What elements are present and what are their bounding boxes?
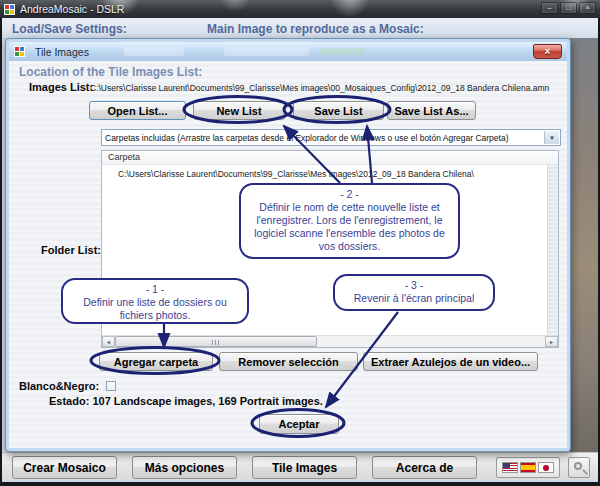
search-button[interactable] — [568, 457, 590, 478]
close-icon[interactable]: × — [579, 2, 596, 14]
images-list-path: C:\Users\Clarisse Laurent\Documents\99_C… — [90, 83, 565, 93]
andreamosaic-logo-icon — [4, 4, 15, 15]
folders-mode-dropdown[interactable]: Carpetas incluidas (Arrastre las carpeta… — [101, 129, 561, 146]
save-list-button[interactable]: Save List — [293, 101, 384, 120]
tile-images-button[interactable]: Tile Images — [252, 456, 357, 479]
callout-1-title: - 1 - — [69, 283, 241, 296]
magnifier-icon — [574, 462, 582, 470]
window-titlebar: AndreaMosaic - DSLR – □ × — [0, 0, 600, 18]
load-save-settings-label: Load/Save Settings: — [12, 22, 127, 36]
dialog-titlebar: Tile Images × — [9, 42, 567, 61]
callout-2-title: - 2 - — [247, 188, 452, 201]
extraer-azulejos-button[interactable]: Extraer Azulejos de un video... — [363, 352, 538, 371]
folders-mode-value: Carpetas incluidas (Arrastre las carpeta… — [105, 133, 509, 143]
window-title: AndreaMosaic - DSLR — [20, 3, 124, 15]
folder-list-label: Folder List: — [36, 244, 101, 256]
remover-seleccion-button[interactable]: Remover selección — [219, 352, 358, 371]
vertical-scrollbar[interactable] — [547, 165, 558, 335]
folder-column-header[interactable]: Carpeta — [102, 151, 558, 165]
crear-mosaico-button[interactable]: Crear Mosaico — [12, 456, 117, 479]
scrollbar-thumb[interactable] — [115, 336, 317, 347]
aceptar-button[interactable]: Aceptar — [259, 414, 339, 434]
callout-2-text: Définir le nom de cette nouvelle liste e… — [247, 201, 452, 253]
blanco-negro-checkbox[interactable] — [106, 381, 116, 391]
minimize-icon[interactable]: – — [541, 2, 558, 14]
maximize-icon[interactable]: □ — [560, 2, 577, 14]
scroll-right-icon[interactable]: ► — [545, 336, 558, 347]
japan-flag-icon — [538, 462, 554, 473]
status-line: Estado: 107 Landscape images, 169 Portra… — [49, 395, 323, 407]
callout-1: - 1 - Definir une liste de dossiers ou f… — [61, 278, 249, 324]
tile-images-dialog: Tile Images × Location of the Tile Image… — [5, 38, 571, 452]
settings-header-bar: Load/Save Settings: Main Image to reprod… — [2, 18, 598, 39]
callout-3-text: Revenir à l'écran principal — [341, 292, 487, 305]
open-list-button[interactable]: Open List... — [89, 101, 186, 120]
folder-row[interactable]: C:\Users\Clarisse Laurent\Documents\99_C… — [118, 169, 474, 179]
dialog-mosaic-icon — [14, 46, 25, 57]
horizontal-scrollbar[interactable]: ◄ ► — [102, 335, 558, 347]
mas-opciones-button[interactable]: Más opciones — [132, 456, 237, 479]
agregar-carpeta-button[interactable]: Agregar carpeta — [99, 352, 213, 371]
blanco-negro-label: Blanco&Negro: — [19, 380, 99, 392]
callout-1-text: Definir une liste de dossiers ou fichier… — [69, 296, 241, 322]
acerca-de-button[interactable]: Acerca de — [372, 456, 477, 479]
spain-flag-icon — [520, 462, 536, 473]
background-image-strip — [570, 38, 598, 452]
ghost-artifact — [224, 47, 309, 56]
main-image-label: Main Image to reproduce as a Mosaic: — [207, 22, 424, 36]
language-selector[interactable] — [496, 457, 560, 478]
estado-text: 107 Landscape images, 169 Portrait image… — [92, 395, 323, 407]
scroll-left-icon[interactable]: ◄ — [102, 336, 115, 347]
chevron-down-icon: ▼ — [544, 131, 559, 144]
images-list-label: Images List: — [29, 81, 93, 93]
new-list-button[interactable]: New List — [193, 101, 285, 120]
ghost-artifact — [319, 48, 364, 55]
callout-3: - 3 - Revenir à l'écran principal — [333, 274, 495, 311]
ghost-artifact — [124, 47, 184, 56]
callout-3-title: - 3 - — [341, 279, 487, 292]
bottom-toolbar: Crear Mosaico Más opciones Tile Images A… — [2, 452, 598, 480]
app-window: AndreaMosaic - DSLR – □ × Load/Save Sett… — [0, 0, 600, 486]
save-list-as-button[interactable]: Save List As... — [387, 101, 476, 120]
callout-2: - 2 - Définir le nom de cette nouvelle l… — [239, 183, 460, 259]
dialog-close-icon[interactable]: × — [533, 44, 562, 59]
section-title: Location of the Tile Images List: — [19, 65, 202, 79]
dialog-title: Tile Images — [35, 46, 89, 58]
us-flag-icon — [502, 462, 518, 473]
estado-label: Estado: — [49, 395, 89, 407]
